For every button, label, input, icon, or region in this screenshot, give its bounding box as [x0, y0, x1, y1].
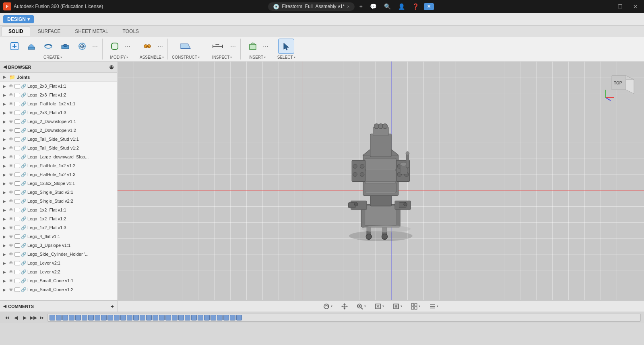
timeline-marker[interactable]	[198, 315, 203, 320]
insert-mesh-btn[interactable]	[245, 39, 261, 54]
list-item[interactable]: ▶ 👁 🔗 Lego_2x3_Flat v1:1	[0, 82, 117, 90]
list-item[interactable]: ▶ 👁 🔗 Lego_Lever v2:1	[0, 259, 117, 267]
list-item[interactable]: ▶ 👁 🔗 Lego_2_Downslope v1:1	[0, 117, 117, 126]
extrude-btn[interactable]	[23, 39, 39, 54]
timeline-marker[interactable]	[75, 315, 81, 320]
list-item[interactable]: ▶ 👁 🔗 Lego_3_Upslope v1:1	[0, 241, 117, 250]
timeline-prev-btn[interactable]: ◀	[12, 314, 19, 321]
timeline-marker[interactable]	[50, 315, 55, 320]
thread-btn[interactable]	[74, 39, 90, 54]
assemble-group-label[interactable]: ASSEMBLE ▾	[140, 55, 164, 60]
list-item[interactable]: ▶ 👁 🔗 Lego_Single_Stud v2:2	[0, 197, 117, 205]
timeline-marker[interactable]	[62, 315, 68, 320]
3d-model[interactable]	[324, 96, 437, 250]
timeline-marker[interactable]	[146, 315, 152, 320]
close-btn[interactable]: ✕	[630, 4, 641, 10]
list-item[interactable]: ▶ 👁 🔗 Lego_Large_downward_Slop...	[0, 152, 117, 161]
fit-btn[interactable]: ▾	[372, 302, 387, 311]
list-item[interactable]: ▶ 👁 🔗 Lego_2x3_Flat v1:2	[0, 90, 117, 99]
timeline-marker[interactable]	[178, 315, 184, 320]
tab-sheet-metal[interactable]: SHEET METAL	[68, 27, 115, 36]
orbit-btn[interactable]: ▾	[320, 302, 335, 311]
list-item[interactable]: ▶ 👁 🔗 Lego_Single_Stud v2:1	[0, 188, 117, 197]
list-item[interactable]: ▶ 👁 🔗 Lego_FlatHole_1x2 v1:2	[0, 161, 117, 170]
list-item[interactable]: ▶ 👁 🔗 Lego_FlatHole_1x2 v1:1	[0, 99, 117, 108]
comment-btn[interactable]: 💬	[367, 2, 379, 10]
timeline-marker[interactable]	[159, 315, 165, 320]
timeline-marker[interactable]	[153, 315, 158, 320]
design-mode-btn[interactable]: DESIGN ▾	[3, 15, 34, 23]
list-item[interactable]: ▶ 👁 🔗 Lego_2_Downslope v1:2	[0, 126, 117, 135]
timeline-marker[interactable]	[172, 315, 178, 320]
tab-tools[interactable]: TOOLS	[116, 27, 146, 36]
timeline-marker[interactable]	[120, 315, 126, 320]
hole-btn[interactable]	[57, 39, 73, 54]
timeline-marker[interactable]	[191, 315, 197, 320]
help-search-btn[interactable]: 🔍	[382, 2, 393, 10]
restore-btn[interactable]: ❐	[615, 4, 626, 10]
select-tool-btn[interactable]	[278, 39, 294, 54]
tab-solid[interactable]: SOLID	[2, 27, 30, 36]
list-item[interactable]: ▶ 👁 🔗 Lego_2x3_Flat v1:3	[0, 108, 117, 117]
timeline-marker[interactable]	[95, 315, 100, 320]
browser-item-joints[interactable]: ▶ 📁 Joints	[0, 73, 117, 82]
timeline-first-btn[interactable]: ⏮	[3, 314, 10, 321]
help-btn[interactable]: ❓	[410, 2, 421, 10]
browser-options-btn[interactable]: ⊕	[109, 64, 114, 70]
list-item[interactable]: ▶ 👁 🔗 Lego_1x2_Flat v1:1	[0, 205, 117, 214]
new-component-btn[interactable]	[6, 39, 23, 54]
timeline-marker[interactable]	[101, 315, 107, 320]
browser-list[interactable]: ▶ 📁 Joints ▶ 👁 🔗 Lego_2x3_Flat v1:1 ▶ 👁	[0, 73, 117, 300]
create-group-label[interactable]: CREATE ▾	[43, 55, 62, 60]
timeline-track[interactable]	[47, 314, 641, 322]
list-item[interactable]: ▶ 👁 🔗 Lego_FlatHole_1x2 v1:3	[0, 170, 117, 179]
timeline-marker[interactable]	[236, 315, 242, 320]
more-display-btn[interactable]: ▾	[426, 302, 441, 311]
assemble-more-btn[interactable]: ⋯	[156, 39, 164, 54]
viewcube[interactable]: TOP	[604, 70, 636, 102]
insert-group-label[interactable]: INSERT ▾	[249, 55, 266, 60]
list-item[interactable]: ▶ 👁 🔗 Lego_Tall_Side_Stud v1:2	[0, 144, 117, 152]
display-mode-btn[interactable]: ▾	[390, 302, 405, 311]
insert-more-btn[interactable]: ⋯	[262, 39, 270, 54]
timeline-marker[interactable]	[127, 315, 132, 320]
list-item[interactable]: ▶ 👁 🔗 Lego_Tall_Side_Stud v1:1	[0, 135, 117, 144]
timeline-marker[interactable]	[140, 315, 145, 320]
select-group-label[interactable]: SELECT ▾	[277, 55, 295, 60]
fillet-btn[interactable]	[107, 39, 123, 54]
measure-btn[interactable]: ⟷	[207, 39, 228, 54]
timeline-marker[interactable]	[211, 315, 216, 320]
document-tab[interactable]: 💿 Firestorm_Full_Assmebly v1* ×	[268, 2, 354, 11]
modify-group-label[interactable]: MODIFY ▾	[110, 55, 128, 60]
list-item[interactable]: ▶ 👁 🔗 Lego_1x2_Flat v1:2	[0, 214, 117, 223]
timeline-last-btn[interactable]: ⏭	[39, 314, 46, 321]
timeline-marker[interactable]	[165, 315, 171, 320]
construct-group-label[interactable]: CONSTRUCT ▾	[172, 55, 200, 60]
list-item[interactable]: ▶ 👁 🔗 Lego_1x2_Flat v1:3	[0, 223, 117, 232]
list-item[interactable]: ▶ 👁 🔗 Lego_1x3x2_Slope v1:1	[0, 179, 117, 188]
list-item[interactable]: ▶ 👁 🔗 Lego_Lever v2:2	[0, 267, 117, 276]
zoom-btn[interactable]: ▾	[354, 302, 369, 311]
pan-btn[interactable]	[339, 302, 351, 311]
create-more-btn[interactable]: ⋯	[91, 39, 99, 54]
joints-toggle[interactable]: ▶	[2, 75, 7, 79]
user-avatar[interactable]: ✕	[424, 3, 434, 10]
item-toggle[interactable]: ▶	[2, 84, 7, 88]
list-item[interactable]: ▶ 👁 🔗 Lego_Side_Cylinder_Holder '...	[0, 250, 117, 259]
list-item[interactable]: ▶ 👁 🔗 Lego_Small_Cone v1:1	[0, 276, 117, 285]
revolve-btn[interactable]	[40, 39, 56, 54]
timeline-next-btn[interactable]: ▶▶	[30, 314, 37, 321]
list-item[interactable]: ▶ 👁 🔗 Lego_4_flat v1:1	[0, 232, 117, 241]
timeline-marker[interactable]	[114, 315, 120, 320]
timeline-marker[interactable]	[223, 315, 229, 320]
grid-toggle-btn[interactable]: ▾	[408, 302, 423, 311]
timeline-marker[interactable]	[88, 315, 94, 320]
timeline-play-btn[interactable]: ▶	[21, 314, 28, 321]
timeline-marker[interactable]	[69, 315, 74, 320]
list-item[interactable]: ▶ 👁 🔗 Lego_Small_Cone v1:2	[0, 285, 117, 294]
add-tab-btn[interactable]: +	[357, 2, 365, 10]
close-tab-btn[interactable]: ×	[347, 4, 349, 9]
modify-more-btn[interactable]: ⋯	[124, 39, 132, 54]
viewport[interactable]: TOP	[118, 62, 644, 300]
browser-collapse-left[interactable]: ◀	[3, 64, 6, 70]
